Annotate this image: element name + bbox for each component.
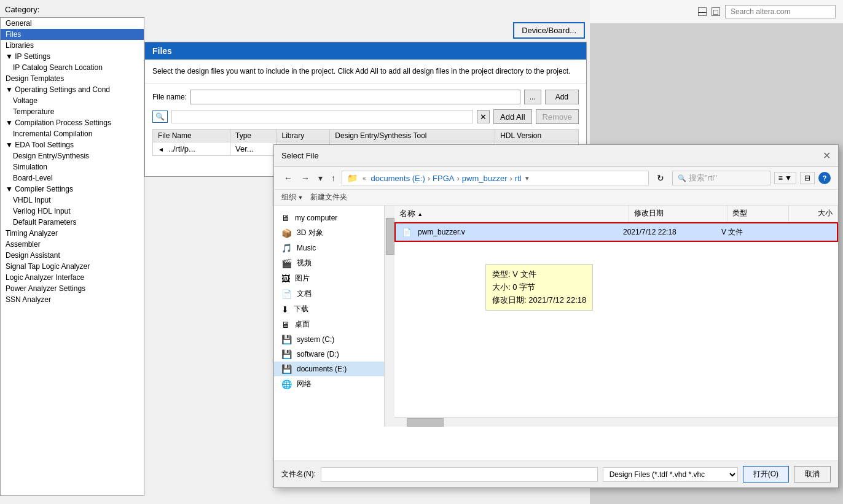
breadcrumb-fpga[interactable]: FPGA	[433, 174, 454, 183]
sidebar-item-incremental[interactable]: Incremental Compilation	[1, 128, 144, 139]
file-name-input[interactable]	[190, 90, 520, 104]
view-button[interactable]: ≡ ▼	[774, 172, 796, 184]
dialog-toolbar: ← → ▾ ↑ 📁 « documents (E:) › FPGA › pwm_…	[274, 167, 838, 190]
sidebar-item-temperature[interactable]: Temperature	[1, 106, 144, 117]
open-button[interactable]: 打开(O)	[743, 466, 789, 483]
sidebar-item-design-entry[interactable]: Design Entry/Synthesis	[1, 150, 144, 161]
sidebar-item-simulation[interactable]: Simulation	[1, 161, 144, 173]
sidebar-item-board-level[interactable]: Board-Level	[1, 173, 144, 184]
sidebar-item-signal-tap[interactable]: Signal Tap Logic Analyzer	[1, 261, 144, 272]
sidebar-item-libraries[interactable]: Libraries	[1, 40, 144, 51]
table-col-file-name: File Name	[153, 130, 230, 142]
cancel-button[interactable]: 取消	[794, 466, 831, 483]
nav-item-my-computer[interactable]: 🖥 my computer	[274, 211, 384, 225]
nav-icon-documents: 📄	[281, 289, 292, 299]
back-button[interactable]: ←	[281, 172, 295, 184]
files-header: Files	[145, 42, 586, 60]
col-size-header[interactable]: 大小	[789, 206, 838, 222]
clear-search-button[interactable]: ✕	[477, 110, 490, 123]
sidebar-item-compiler-settings[interactable]: ▼ Compiler Settings	[1, 184, 144, 195]
collapse-arrow[interactable]: ◄	[158, 146, 164, 153]
breadcrumb-rtl[interactable]: rtl	[515, 174, 522, 183]
filetype-select[interactable]: Design Files (*.tdf *.vhd *.vhc	[603, 467, 738, 482]
col-type-header[interactable]: 类型	[727, 206, 789, 222]
remove-button[interactable]: Remove	[536, 109, 579, 124]
breadcrumb: 📁 « documents (E:) › FPGA › pwm_buzzer ›…	[342, 171, 649, 185]
filename-input[interactable]	[321, 467, 598, 482]
sidebar-item-eda-tool[interactable]: ▼ EDA Tool Settings	[1, 139, 144, 150]
pane-button[interactable]: ⊟	[800, 172, 815, 184]
h-scroll-thumb[interactable]	[407, 418, 444, 427]
nav-icon-downloads: ⬇	[281, 304, 289, 314]
add-button[interactable]: Add	[545, 90, 579, 104]
horizontal-scrollbar[interactable]	[394, 417, 838, 427]
nav-item-system-c[interactable]: 💾 system (C:)	[274, 332, 384, 347]
window-controls: — □	[698, 7, 720, 16]
nav-item-music[interactable]: 🎵 Music	[274, 241, 384, 255]
table-col-hdl-version: HDL Version	[495, 130, 579, 142]
sort-arrow: ▲	[417, 211, 423, 217]
help-button[interactable]: ?	[818, 172, 831, 184]
nav-item-pictures[interactable]: 🖼 图片	[274, 271, 384, 286]
sidebar-item-design-assistant[interactable]: Design Assistant	[1, 250, 144, 261]
file-name-cell: pwm_buzzer.v	[418, 228, 623, 236]
minimize-button[interactable]: —	[698, 7, 707, 16]
sidebar-item-vhdl-input[interactable]: VHDL Input	[1, 195, 144, 206]
sidebar-item-operating-settings[interactable]: ▼ Operating Settings and Cond	[1, 84, 144, 95]
nav-up-button[interactable]: ↑	[329, 172, 338, 184]
nav-scrollbar[interactable]	[385, 206, 394, 427]
file-list-header: 名称 ▲ 修改日期 类型 大小	[394, 206, 838, 222]
category-label: Category:	[5, 5, 39, 14]
forward-button[interactable]: →	[299, 172, 312, 184]
refresh-button[interactable]: ↻	[653, 171, 669, 185]
breadcrumb-documents[interactable]: documents (E:)	[371, 174, 425, 183]
nav-item-downloads[interactable]: ⬇ 下载	[274, 301, 384, 317]
sidebar-item-general[interactable]: General	[1, 18, 144, 29]
device-board-button[interactable]: Device/Board...	[513, 22, 585, 39]
sidebar-item-ip-settings[interactable]: ▼ IP Settings	[1, 51, 144, 62]
sidebar-item-timing[interactable]: Timing Analyzer	[1, 228, 144, 239]
file-row-pwm[interactable]: 📄 pwm_buzzer.v 2021/7/12 22:18 V 文件	[394, 222, 838, 242]
nav-item-network[interactable]: 🌐 网络	[274, 376, 384, 392]
nav-item-documents-e[interactable]: 💾 documents (E:)	[274, 362, 384, 376]
sidebar-item-default-params[interactable]: Default Parameters	[1, 217, 144, 228]
nav-item-desktop[interactable]: 🖥 桌面	[274, 317, 384, 332]
nav-item-video[interactable]: 🎬 视频	[274, 255, 384, 271]
dialog-bottom: 文件名(N): Design Files (*.tdf *.vhd *.vhc …	[274, 460, 838, 487]
sidebar-item-compilation-process[interactable]: ▼ Compilation Process Settings	[1, 117, 144, 128]
nav-icon-software-d: 💾	[281, 349, 292, 359]
breadcrumb-separator0: «	[363, 175, 366, 182]
file-input-row: File name: ... Add	[152, 90, 579, 104]
new-folder-button[interactable]: 新建文件夹	[310, 192, 347, 203]
nav-item-documents[interactable]: 📄 文档	[274, 286, 384, 301]
add-all-button[interactable]: Add All	[493, 109, 531, 124]
sidebar-item-voltage[interactable]: Voltage	[1, 95, 144, 106]
nav-scroll-thumb[interactable]	[386, 218, 394, 255]
col-name-header[interactable]: 名称 ▲	[394, 206, 629, 222]
breadcrumb-pwm[interactable]: pwm_buzzer	[462, 174, 508, 183]
sidebar-item-ip-catalog[interactable]: IP Catalog Search Location	[1, 62, 144, 73]
col-date-header[interactable]: 修改日期	[629, 206, 727, 222]
file-list-area: 名称 ▲ 修改日期 类型 大小 📄 pwm_buzzer.v 2021/7/12…	[394, 206, 838, 427]
dialog-search-icon: 🔍	[678, 174, 686, 182]
sidebar-item-files[interactable]: Files	[1, 29, 144, 40]
file-search-input[interactable]	[171, 110, 473, 123]
sidebar-item-power-analyzer[interactable]: Power Analyzer Settings	[1, 283, 144, 294]
maximize-button[interactable]: □	[712, 7, 720, 16]
breadcrumb-dropdown[interactable]: ▼	[524, 175, 530, 182]
sidebar-item-assembler[interactable]: Assembler	[1, 239, 144, 250]
nav-item-3d-objects[interactable]: 📦 3D 对象	[274, 225, 384, 241]
nav-down-button[interactable]: ▾	[316, 172, 325, 184]
organize-button[interactable]: 组织	[281, 192, 303, 203]
sidebar-item-design-templates[interactable]: Design Templates	[1, 73, 144, 84]
dialog-close-button[interactable]: ✕	[823, 150, 831, 161]
table-filename: ../rtl/p...	[169, 144, 195, 153]
sidebar-item-logic-analyzer[interactable]: Logic Analyzer Interface	[1, 272, 144, 283]
nav-icon-video: 🎬	[281, 258, 292, 268]
nav-item-software-d[interactable]: 💾 software (D:)	[274, 347, 384, 362]
sidebar-item-verilog-input[interactable]: Verilog HDL Input	[1, 206, 144, 217]
nav-icon-my-computer: 🖥	[281, 213, 290, 223]
browse-button[interactable]: ...	[524, 90, 541, 104]
web-search-input[interactable]	[725, 5, 836, 18]
sidebar-item-ssn[interactable]: SSN Analyzer	[1, 294, 144, 305]
